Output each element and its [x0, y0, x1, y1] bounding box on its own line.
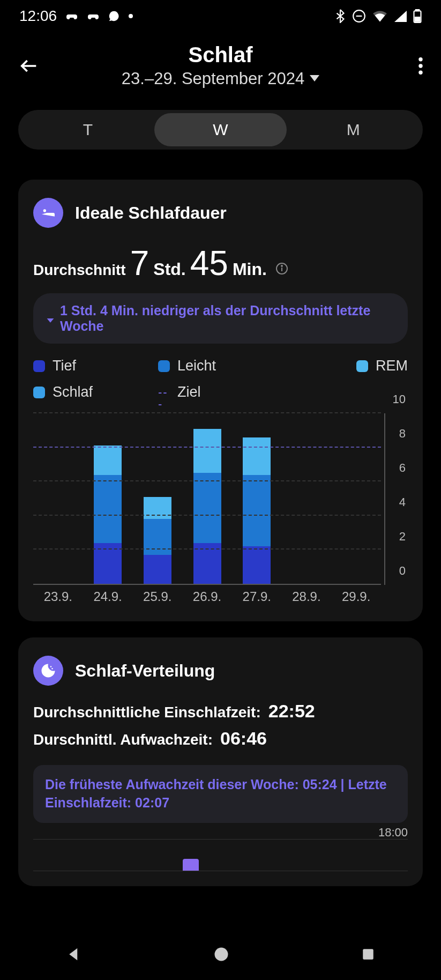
svg-point-6: [418, 64, 422, 68]
x-tick: 26.9.: [182, 586, 232, 606]
more-options-button[interactable]: [397, 57, 423, 75]
bar-segment-light: [193, 473, 221, 543]
arrow-down-icon: [46, 311, 55, 326]
tab-month[interactable]: M: [287, 113, 420, 146]
chart-legend: Tief Leicht REM Schlaf ---Ziel: [33, 358, 408, 400]
tab-day[interactable]: T: [21, 113, 154, 146]
bed-icon: [33, 198, 63, 228]
y-tick: 2: [399, 530, 406, 544]
chart-bar[interactable]: [144, 413, 171, 584]
bar-segment-rem: [193, 429, 221, 473]
y-tick: 6: [399, 461, 406, 475]
bar-segment-deep: [144, 555, 171, 584]
legend-rem: REM: [283, 358, 408, 374]
svg-point-7: [418, 70, 422, 74]
legend-deep: Tief: [33, 358, 158, 374]
chart-bar[interactable]: [193, 413, 221, 584]
back-button[interactable]: [18, 55, 44, 77]
minutes-unit: Min.: [233, 259, 267, 279]
dot-icon: [129, 14, 133, 18]
x-tick: 23.9.: [33, 586, 83, 606]
y-tick: 0: [399, 564, 406, 578]
swatch-light: [158, 360, 170, 372]
avg-label: Durchschnitt: [33, 262, 126, 279]
legend-light: Leicht: [158, 358, 283, 374]
timeline-marker: [183, 859, 199, 871]
tab-week[interactable]: W: [154, 113, 287, 146]
bedtime-value: 22:52: [268, 701, 315, 722]
svg-rect-4: [415, 17, 420, 21]
bar-segment-light: [243, 475, 271, 547]
waketime-label: Durschnittl. Aufwachzeit:: [33, 731, 213, 748]
avg-waketime-row: Durschnittl. Aufwachzeit: 06:46: [33, 728, 408, 749]
info-icon[interactable]: [275, 262, 288, 275]
x-tick: 25.9.: [132, 586, 182, 606]
y-tick: 4: [399, 495, 406, 509]
wifi-icon: [372, 10, 387, 22]
controller-icon: [87, 10, 100, 23]
controller-icon: [65, 10, 78, 23]
avg-hours: 7: [130, 246, 150, 280]
x-tick: 28.9.: [282, 586, 332, 606]
y-tick: 10: [393, 392, 406, 406]
legend-goal: ---Ziel: [158, 384, 283, 400]
extremes-text: Die früheste Aufwachzeit dieser Woche: 0…: [45, 777, 387, 810]
svg-point-5: [418, 57, 422, 61]
bedtime-label: Durchschnittliche Einschlafzeit:: [33, 704, 261, 721]
bar-segment-rem: [94, 446, 122, 474]
x-tick: 29.9.: [331, 586, 381, 606]
distribution-timeline[interactable]: 18:00: [33, 839, 408, 871]
bar-segment-rem: [144, 497, 171, 519]
dnd-icon: [352, 9, 366, 23]
svg-rect-14: [363, 949, 373, 960]
card-title: Ideale Schlafdauer: [75, 203, 227, 223]
hours-unit: Std.: [153, 259, 185, 279]
nav-recent-button[interactable]: [361, 947, 375, 963]
swatch-goal: ---: [158, 387, 170, 398]
card-title: Schlaf-Verteilung: [75, 661, 215, 681]
svg-point-13: [215, 948, 228, 961]
time-range-tabs: T W M: [18, 110, 423, 150]
date-range-selector[interactable]: 23.–29. September 2024: [44, 69, 397, 88]
nav-home-button[interactable]: [213, 946, 229, 964]
nav-back-button[interactable]: [66, 946, 82, 964]
bluetooth-icon: [335, 9, 346, 23]
avg-bedtime-row: Durchschnittliche Einschlafzeit: 22:52: [33, 701, 408, 722]
system-nav-bar: [0, 931, 441, 980]
status-right: [335, 9, 422, 23]
timeline-right-label: 18:00: [378, 826, 408, 840]
bar-segment-light: [94, 475, 122, 543]
status-bar: 12:06: [0, 0, 441, 30]
chat-icon: [108, 10, 120, 22]
legend-sleep: Schlaf: [33, 384, 158, 400]
extremes-info-box: Die früheste Aufwachzeit dieser Woche: 0…: [33, 765, 408, 823]
signal-icon: [394, 10, 407, 22]
chart-bar[interactable]: [94, 413, 122, 584]
svg-rect-3: [416, 9, 420, 11]
status-left: 12:06: [19, 8, 133, 25]
svg-point-12: [51, 668, 53, 670]
x-tick: 27.9.: [232, 586, 282, 606]
battery-icon: [413, 9, 422, 23]
bar-segment-deep: [243, 546, 271, 584]
sleep-distribution-card: Schlaf-Verteilung Durchschnittliche Eins…: [18, 637, 423, 886]
chart-bar[interactable]: [243, 413, 271, 584]
date-range-label: 23.–29. September 2024: [122, 69, 304, 88]
status-time: 12:06: [19, 8, 57, 25]
comparison-pill: 1 Std. 4 Min. niedriger als der Durchsch…: [33, 293, 408, 344]
moon-icon: [33, 656, 63, 686]
x-tick: 24.9.: [83, 586, 133, 606]
ideal-sleep-card: Ideale Schlafdauer Durchschnitt 7 Std. 4…: [18, 180, 423, 621]
swatch-rem: [356, 360, 368, 372]
average-sleep-row: Durchschnitt 7 Std. 45 Min.: [33, 246, 408, 280]
page-title: Schlaf: [44, 43, 397, 67]
svg-point-10: [281, 265, 282, 266]
bar-segment-rem: [243, 437, 271, 475]
waketime-value: 06:46: [220, 728, 267, 749]
chevron-down-icon: [310, 74, 319, 84]
swatch-deep: [33, 360, 45, 372]
app-header: Schlaf 23.–29. September 2024: [0, 30, 441, 99]
avg-minutes: 45: [190, 246, 228, 280]
sleep-bar-chart[interactable]: 0246810 23.9.24.9.25.9.26.9.27.9.28.9.29…: [33, 413, 408, 606]
comparison-text: 1 Std. 4 Min. niedriger als der Durchsch…: [60, 303, 395, 334]
